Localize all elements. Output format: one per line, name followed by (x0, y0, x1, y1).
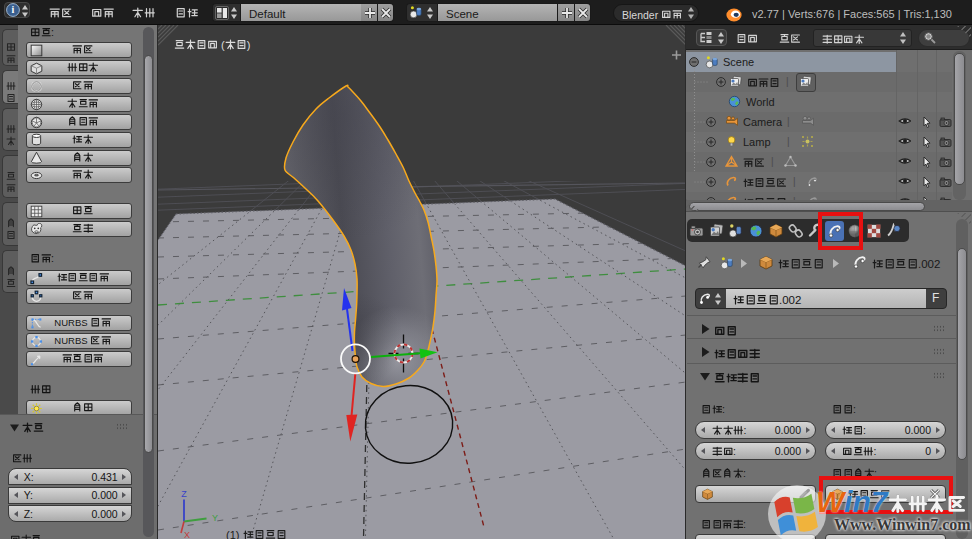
svg-text:Z: Z (181, 489, 187, 499)
svg-text:i: i (11, 4, 14, 15)
svg-text:X: X (184, 530, 190, 539)
svg-text:Y: Y (212, 513, 218, 523)
